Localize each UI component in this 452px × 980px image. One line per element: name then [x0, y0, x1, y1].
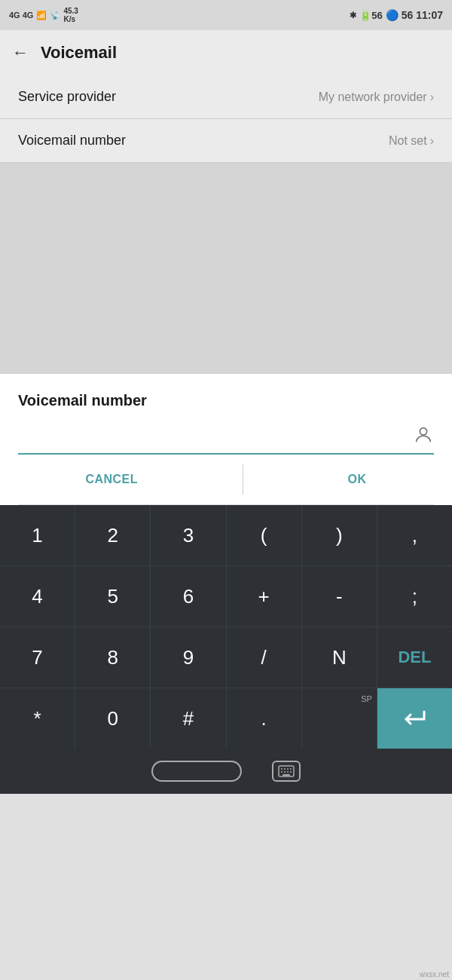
voicemail-number-text: Not set [389, 134, 427, 148]
speed-indicator: 45.3K/s [63, 7, 78, 23]
status-bar-right: ✱ 🔋56 🔵 56 11:07 [350, 9, 443, 21]
wifi-icon: 📡 [50, 11, 60, 20]
sp-label: SP [361, 694, 372, 703]
key-minus[interactable]: - [302, 566, 377, 626]
settings-list: Service provider My network provider › V… [0, 75, 452, 163]
ok-button[interactable]: OK [318, 464, 397, 495]
key-4[interactable]: 4 [0, 566, 75, 626]
bluetooth-icon: ✱ [350, 11, 356, 20]
battery-icon: 🔋56 [359, 10, 382, 21]
key-0[interactable]: 0 [75, 688, 151, 749]
back-button[interactable]: ← [12, 43, 29, 63]
voicemail-number-value: Not set › [389, 134, 434, 148]
key-hash[interactable]: # [151, 688, 226, 749]
chevron-right-icon-2: › [430, 134, 434, 148]
page-title: Voicemail [41, 43, 117, 63]
dialog-title: Voicemail number [18, 392, 434, 409]
key-del[interactable]: DEL [377, 627, 452, 688]
home-button[interactable] [151, 761, 242, 782]
key-star[interactable]: * [0, 688, 75, 749]
voicemail-dialog: Voicemail number CANCEL OK [0, 374, 452, 505]
key-3[interactable]: 3 [151, 505, 226, 565]
cancel-button[interactable]: CANCEL [55, 464, 168, 495]
service-provider-value: My network provider › [319, 90, 434, 104]
key-8[interactable]: 8 [75, 627, 151, 688]
nav-bar [0, 749, 452, 794]
key-comma[interactable]: , [377, 505, 452, 565]
key-7[interactable]: 7 [0, 627, 75, 688]
keyboard-row-1: 1 2 3 ( ) , [0, 505, 452, 566]
button-divider [243, 464, 243, 495]
chevron-right-icon: › [430, 90, 434, 104]
key-6[interactable]: 6 [151, 566, 226, 626]
service-provider-item[interactable]: Service provider My network provider › [0, 75, 452, 119]
person-icon [413, 424, 434, 450]
watermark: wxsx.net [420, 970, 449, 978]
key-sp[interactable]: SP [302, 688, 377, 749]
dialog-buttons: CANCEL OK [18, 455, 434, 505]
key-plus[interactable]: + [227, 566, 302, 626]
app-bar: ← Voicemail [0, 30, 452, 75]
keyboard-row-3: 7 8 9 / N DEL [0, 627, 452, 688]
status-bar: 4G 4G 📶 📡 45.3K/s ✱ 🔋56 🔵 56 11:07 [0, 0, 452, 30]
keyboard-row-2: 4 5 6 + - ; [0, 566, 452, 627]
key-9[interactable]: 9 [151, 627, 226, 688]
keyboard: 1 2 3 ( ) , 4 5 6 + - ; 7 8 9 / N DEL * … [0, 505, 452, 749]
key-slash[interactable]: / [227, 627, 302, 688]
voicemail-number-input[interactable] [18, 430, 413, 446]
dialog-input-row [18, 424, 434, 455]
voicemail-number-item[interactable]: Voicemail number Not set › [0, 119, 452, 163]
key-enter[interactable] [377, 688, 452, 749]
service-provider-text: My network provider [319, 90, 427, 104]
keyboard-row-4: * 0 # . SP [0, 688, 452, 749]
key-dot[interactable]: . [227, 688, 302, 749]
key-1[interactable]: 1 [0, 505, 75, 565]
key-n[interactable]: N [302, 627, 377, 688]
key-open-paren[interactable]: ( [227, 505, 302, 565]
gray-fill-area [0, 163, 452, 374]
key-5[interactable]: 5 [75, 566, 151, 626]
keyboard-toggle-button[interactable] [272, 761, 301, 782]
service-provider-label: Service provider [18, 89, 116, 105]
status-bar-left: 4G 4G 📶 📡 45.3K/s [9, 7, 78, 23]
voicemail-number-label: Voicemail number [18, 133, 126, 149]
signal-bars: 📶 [36, 11, 47, 20]
key-semicolon[interactable]: ; [377, 566, 452, 626]
network-indicator: 4G 4G [9, 11, 33, 20]
key-2[interactable]: 2 [75, 505, 151, 565]
time-display: 🔵 56 11:07 [386, 9, 443, 21]
svg-point-0 [420, 428, 426, 435]
key-close-paren[interactable]: ) [302, 505, 377, 565]
